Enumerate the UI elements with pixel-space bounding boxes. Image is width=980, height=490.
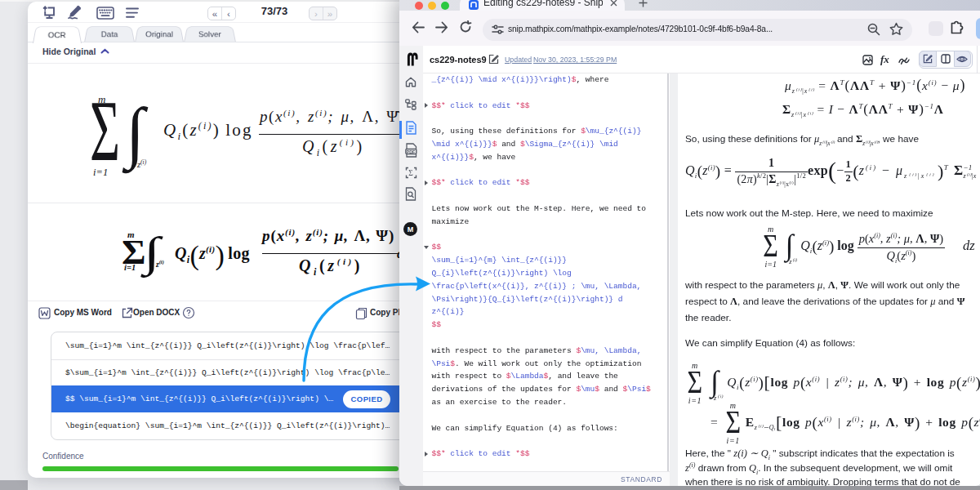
svg-text:Σ: Σ bbox=[408, 169, 413, 177]
svg-text:PDF: PDF bbox=[407, 149, 416, 154]
